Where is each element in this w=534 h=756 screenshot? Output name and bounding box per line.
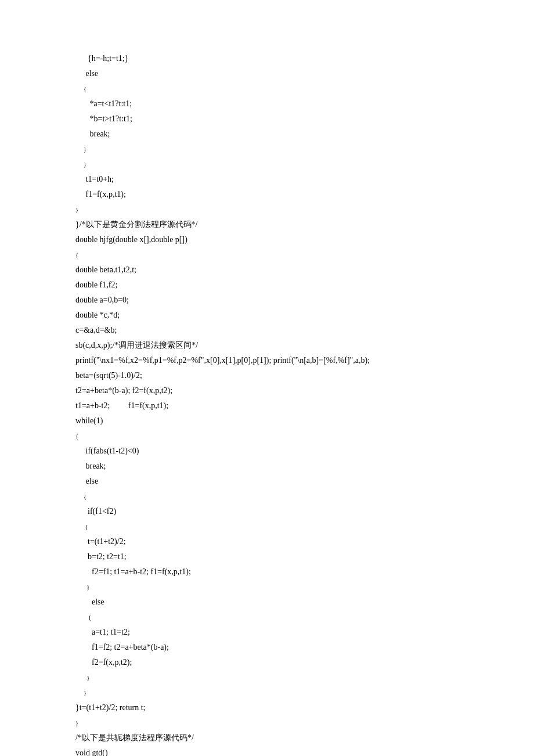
code-line: double f1,f2; — [75, 278, 459, 293]
code-line: else — [75, 66, 459, 81]
code-line: f2=f1; t1=a+b-t2; f1=f(x,p,t1); — [75, 564, 459, 579]
code-line: t2=a+beta*(b-a); f2=f(x,p,t2); — [75, 383, 459, 398]
code-line: t=(t1+t2)/2; — [75, 534, 459, 549]
code-line: if(f1<f2) — [75, 504, 459, 519]
code-line: *b=t>t1?t:t1; — [75, 111, 459, 127]
code-line: sb(c,d,x,p);/*调用进退法搜索区间*/ — [75, 338, 459, 353]
code-line: } — [75, 670, 459, 685]
code-line: f2=f(x,p,t2); — [75, 655, 459, 670]
code-content: {h=-h;t=t1;} else { *a=t<t1?t:t1; *b=t>t… — [75, 51, 459, 756]
code-line: break; — [75, 127, 459, 142]
code-line: } — [75, 157, 459, 172]
code-line: else — [75, 474, 459, 489]
code-line: if(fabs(t1-t2)<0) — [75, 444, 459, 459]
code-line: { — [75, 429, 459, 444]
code-line: double a=0,b=0; — [75, 293, 459, 308]
code-line: t1=t0+h; — [75, 172, 459, 187]
document-page: {h=-h;t=t1;} else { *a=t<t1?t:t1; *b=t>t… — [0, 0, 534, 756]
code-line: { — [75, 81, 459, 96]
code-line: } — [75, 715, 459, 730]
code-line: } — [75, 579, 459, 595]
code-line: c=&a,d=&b; — [75, 323, 459, 338]
code-line: }/*以下是黄金分割法程序源代码*/ — [75, 217, 459, 232]
code-line: double *c,*d; — [75, 308, 459, 323]
code-line: { — [75, 247, 459, 262]
code-line: { — [75, 610, 459, 625]
code-line: *a=t<t1?t:t1; — [75, 96, 459, 111]
code-line: printf("\nx1=%f,x2=%f,p1=%f,p2=%f",x[0],… — [75, 353, 459, 368]
code-line: b=t2; t2=t1; — [75, 549, 459, 564]
code-line: double hjfg(double x[],double p[]) — [75, 232, 459, 247]
code-line: { — [75, 519, 459, 534]
code-line: a=t1; t1=t2; — [75, 625, 459, 640]
code-line: { — [75, 489, 459, 504]
code-line: t1=a+b-t2; f1=f(x,p,t1); — [75, 398, 459, 413]
code-line: } — [75, 202, 459, 217]
code-line: {h=-h;t=t1;} — [75, 51, 459, 66]
code-line: double beta,t1,t2,t; — [75, 262, 459, 278]
code-line: break; — [75, 459, 459, 474]
code-line: } — [75, 685, 459, 700]
code-line: } — [75, 142, 459, 157]
code-line: f1=f2; t2=a+beta*(b-a); — [75, 640, 459, 655]
code-line: f1=f(x,p,t1); — [75, 187, 459, 202]
code-line: while(1) — [75, 413, 459, 429]
code-line: beta=(sqrt(5)-1.0)/2; — [75, 368, 459, 383]
code-line: /*以下是共轭梯度法程序源代码*/ — [75, 730, 459, 746]
code-line: else — [75, 595, 459, 610]
code-line: void gtd() — [75, 746, 459, 756]
code-line: }t=(t1+t2)/2; return t; — [75, 700, 459, 715]
